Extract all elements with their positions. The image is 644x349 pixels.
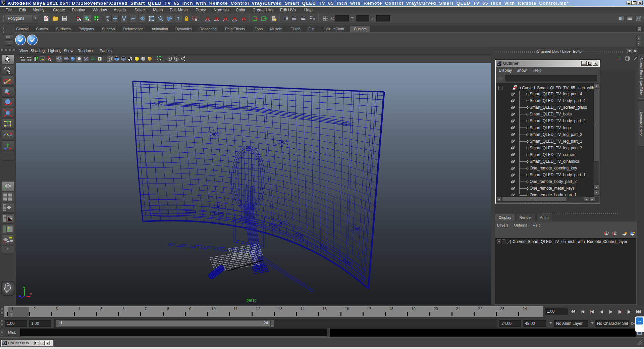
svg-text:IPR: IPR	[302, 18, 305, 20]
svg-text:y: y	[23, 285, 25, 289]
svg-text:T: T	[99, 57, 101, 61]
svg-text:z: z	[19, 293, 21, 297]
svg-text:persp: persp	[247, 298, 257, 303]
svg-text:?: ?	[177, 16, 180, 21]
svg-text:x: x	[30, 292, 32, 296]
